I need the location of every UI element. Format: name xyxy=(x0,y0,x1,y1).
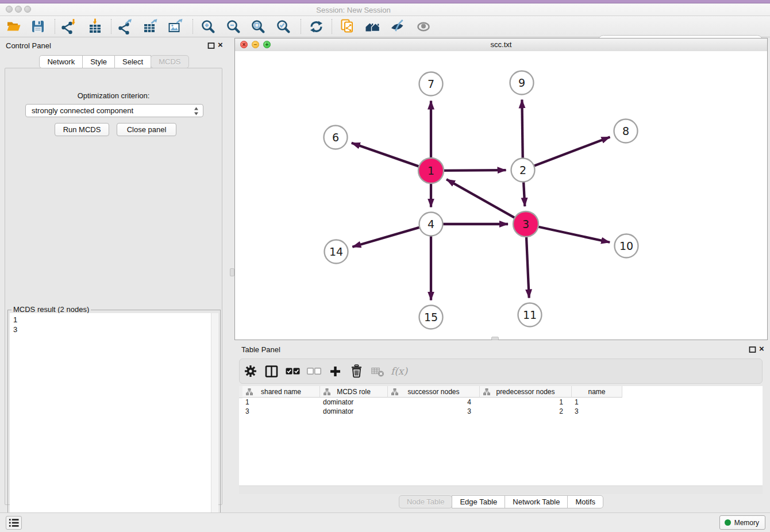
window-minimize-icon[interactable]: − xyxy=(252,41,259,48)
select-all-checkboxes-icon[interactable] xyxy=(282,361,303,381)
show-columns-icon[interactable] xyxy=(261,361,282,381)
cell-name[interactable]: 3 xyxy=(572,407,622,416)
cell-shared-name[interactable]: 1 xyxy=(242,398,320,407)
graph-edge-2-9[interactable] xyxy=(522,99,522,159)
float-panel-icon[interactable] xyxy=(207,42,215,49)
graph-node-1[interactable]: 1 xyxy=(418,158,444,183)
export-image-icon[interactable] xyxy=(167,17,185,36)
run-mcds-button[interactable]: Run MCDS xyxy=(55,123,109,136)
window-close-icon[interactable]: × xyxy=(240,41,248,48)
graph-edge-2-8[interactable] xyxy=(533,137,610,166)
graph-node-7[interactable]: 7 xyxy=(419,72,443,96)
add-column-icon[interactable] xyxy=(325,361,346,381)
function-builder-icon: f(x) xyxy=(388,361,410,381)
home-pages-icon[interactable] xyxy=(364,17,382,36)
network-graph[interactable]: 7968124314101511 xyxy=(235,51,767,340)
tab-mcds[interactable]: MCDS xyxy=(151,55,188,68)
save-session-icon[interactable] xyxy=(29,17,47,36)
cell-MCDS-role[interactable]: dominator xyxy=(320,407,388,416)
column-header-shared-name[interactable]: shared name xyxy=(242,386,320,398)
network-window-titlebar[interactable]: × − + scc.txt xyxy=(235,38,767,52)
show-graphics-details-icon[interactable] xyxy=(414,17,433,36)
graph-edge-2-3[interactable] xyxy=(523,180,525,206)
mcds-result-list[interactable]: 1 3 xyxy=(10,313,218,524)
toolbar-separator xyxy=(192,19,193,34)
cell-MCDS-role[interactable]: dominator xyxy=(320,398,388,407)
network-canvas[interactable]: 7968124314101511 xyxy=(235,51,767,340)
settings-gear-icon[interactable] xyxy=(240,361,261,381)
criterion-value: strongly connected component xyxy=(32,106,133,115)
delete-column-icon[interactable] xyxy=(346,361,367,381)
criterion-select[interactable]: strongly connected component xyxy=(25,104,203,117)
mcds-result-title: MCDS result (2 nodes) xyxy=(11,305,91,314)
column-header-name[interactable]: name xyxy=(572,386,622,398)
cell-shared-name[interactable]: 3 xyxy=(242,407,320,416)
task-history-button[interactable] xyxy=(6,516,22,530)
import-network-icon[interactable] xyxy=(59,17,78,36)
tab-network[interactable]: Network xyxy=(39,55,83,68)
table-row[interactable]: 1dominator411 xyxy=(242,398,622,407)
clone-network-icon[interactable] xyxy=(338,17,357,36)
app-zoom-button[interactable] xyxy=(24,6,31,13)
graph-node-label: 15 xyxy=(424,311,438,323)
graph-node-6[interactable]: 6 xyxy=(324,126,348,149)
open-folder-icon[interactable] xyxy=(5,17,23,36)
zoom-out-icon[interactable] xyxy=(224,17,242,36)
window-zoom-icon[interactable]: + xyxy=(263,41,271,48)
column-header-predecessor-nodes[interactable]: predecessor nodes xyxy=(480,386,572,398)
tab-select[interactable]: Select xyxy=(114,55,151,68)
app-close-button[interactable] xyxy=(6,6,13,13)
import-table-icon[interactable] xyxy=(86,17,105,36)
graph-node-14[interactable]: 14 xyxy=(325,240,348,264)
cell-predecessor-nodes[interactable]: 1 xyxy=(480,398,572,407)
graph-node-label: 7 xyxy=(428,78,434,90)
graph-edge-1-6[interactable] xyxy=(352,143,420,167)
deselect-all-checkboxes-icon[interactable] xyxy=(303,361,325,381)
graph-edge-4-14[interactable] xyxy=(352,227,421,247)
tab-motifs[interactable]: Motifs xyxy=(567,495,603,508)
app-minimize-button[interactable] xyxy=(15,6,22,13)
refresh-layout-icon[interactable] xyxy=(307,17,325,36)
cell-name[interactable]: 1 xyxy=(572,398,622,407)
zoom-fit-icon[interactable] xyxy=(249,17,267,36)
graph-node-9[interactable]: 9 xyxy=(510,71,534,95)
graph-node-11[interactable]: 11 xyxy=(518,303,542,327)
tab-edge-table[interactable]: Edge Table xyxy=(452,495,505,508)
vertical-scrollbar[interactable] xyxy=(211,313,218,518)
column-header-successor-nodes[interactable]: successor nodes xyxy=(388,386,480,398)
cell-successor-nodes[interactable]: 3 xyxy=(388,407,480,416)
splitter-grip-horizontal[interactable] xyxy=(491,337,499,340)
graph-node-8[interactable]: 8 xyxy=(614,119,638,143)
export-table-icon[interactable] xyxy=(141,17,160,36)
close-panel-button[interactable]: Close panel xyxy=(117,123,176,136)
zoom-in-icon[interactable] xyxy=(199,17,217,36)
graph-node-3[interactable]: 3 xyxy=(513,211,538,237)
graph-edge-3-11[interactable] xyxy=(526,236,529,298)
float-panel-icon[interactable] xyxy=(749,346,756,353)
column-header-MCDS-role[interactable]: MCDS role xyxy=(320,386,388,398)
memory-button[interactable]: Memory xyxy=(719,515,765,530)
close-panel-icon[interactable]: × xyxy=(759,344,764,354)
graph-node-2[interactable]: 2 xyxy=(511,159,535,182)
table-row[interactable]: 3dominator323 xyxy=(242,407,622,416)
export-network-icon[interactable] xyxy=(116,17,134,36)
graph-edge-1-2[interactable] xyxy=(442,170,506,171)
cell-successor-nodes[interactable]: 4 xyxy=(388,398,480,407)
graph-edge-3-1[interactable] xyxy=(446,179,516,218)
graph-node-10[interactable]: 10 xyxy=(615,234,638,258)
graph-node-4[interactable]: 4 xyxy=(419,213,443,236)
tab-node-table[interactable]: Node Table xyxy=(399,495,453,508)
zoom-selected-icon[interactable] xyxy=(274,17,292,36)
splitter-grip-vertical[interactable] xyxy=(230,268,234,276)
node-table[interactable]: shared nameMCDS rolesuccessor nodesprede… xyxy=(239,386,763,485)
close-panel-icon[interactable]: × xyxy=(218,40,223,50)
hide-graphics-details-icon[interactable] xyxy=(388,17,407,36)
graph-edge-3-10[interactable] xyxy=(537,226,610,242)
memory-label: Memory xyxy=(734,519,759,527)
tab-style[interactable]: Style xyxy=(82,55,115,68)
graph-node-15[interactable]: 15 xyxy=(419,306,443,329)
table-panel: Table Panel × xyxy=(234,342,768,511)
table-bottom-strip xyxy=(239,485,763,494)
cell-predecessor-nodes[interactable]: 2 xyxy=(480,407,572,416)
tab-network-table[interactable]: Network Table xyxy=(505,495,568,508)
